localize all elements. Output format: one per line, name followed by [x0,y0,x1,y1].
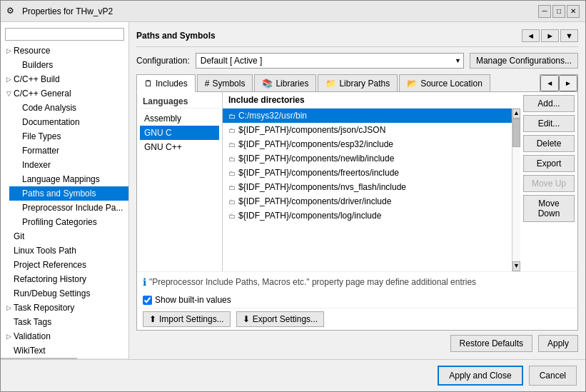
nav-back-button[interactable]: ◄ [522,29,540,42]
sidebar-item-refactoring[interactable]: Refactoring History [1,272,128,286]
sidebar-item-resource[interactable]: ▷ Resource [1,44,128,58]
cancel-button[interactable]: Cancel [529,366,577,386]
tab-libraries[interactable]: 📚 Libraries [254,74,316,91]
show-builtin-label: Show built-in values [155,295,231,305]
dir-item-icon: 🗀 [228,212,236,220]
sidebar-horizontal-scrollbar[interactable] [1,358,128,359]
sidebar-item-formatter[interactable]: Formatter [9,144,128,158]
export-button[interactable]: Export [523,155,575,172]
config-select[interactable]: Default [ Active ] [196,53,464,69]
expand-icon: ▷ [4,47,14,54]
add-button[interactable]: Add... [523,95,575,112]
minimize-button[interactable]: ─ [538,5,551,18]
export-settings-button[interactable]: ⬇ Export Settings... [236,311,324,327]
dirs-with-scroll: 🗀 C:/msys32/usr/bin 🗀 ${IDF_PATH}/compon… [223,109,520,271]
sidebar-item-task-repo[interactable]: ▷ Task Repository [1,301,128,315]
dir-item-path: ${IDF_PATH}/components/freertos/include [238,168,399,178]
dir-item-icon: 🗀 [228,169,236,177]
sidebar-item-documentation[interactable]: Documentation [9,115,128,129]
sidebar-scroll-thumb [1,358,77,359]
tab-symbols[interactable]: # Symbols [197,74,253,91]
sidebar-item-label: Refactoring History [14,274,126,284]
sidebar-item-label: Resource [14,46,126,56]
dir-item[interactable]: 🗀 C:/msys32/usr/bin [223,109,512,123]
dir-item[interactable]: 🗀 ${IDF_PATH}/components/driver/include [223,194,512,208]
sidebar-item-validation[interactable]: ▷ Validation [1,329,128,343]
sidebar-item-project-refs[interactable]: Project References [1,258,128,272]
show-builtin-checkbox[interactable] [143,296,152,305]
sidebar-item-indexer[interactable]: Indexer [9,158,128,172]
sidebar-item-paths-and-symbols[interactable]: Paths and Symbols [9,186,128,201]
sidebar-item-language-mappings[interactable]: Language Mappings [9,172,128,186]
dir-item-icon: 🗀 [228,184,236,191]
lang-assembly[interactable]: Assembly [140,111,219,126]
nav-forward-button[interactable]: ► [541,29,559,42]
tab-scroll-left-button[interactable]: ◄ [540,75,559,91]
import-export-row: ⬆ Import Settings... ⬇ Export Settings..… [137,308,577,330]
sidebar-item-builders[interactable]: Builders [9,58,128,72]
restore-defaults-button[interactable]: Restore Defaults [450,335,532,352]
sidebar-item-wikitext[interactable]: WikiText [1,343,128,358]
sidebar-item-file-types[interactable]: File Types [9,129,128,144]
sidebar-item-cc-general[interactable]: ▽ C/C++ General [1,86,128,101]
tab-library-paths[interactable]: 📁 Library Paths [318,74,398,91]
sidebar-item-profiling[interactable]: Profiling Categories [9,215,128,229]
languages-panel: Languages Assembly GNU C GNU C++ [137,92,223,271]
tab-scroll-controls: ◄ ► [540,74,578,91]
sidebar-item-task-tags[interactable]: Task Tags [1,315,128,329]
move-down-button[interactable]: Move Down [523,195,575,222]
sidebar-item-cc-build[interactable]: ▷ C/C++ Build [1,72,128,86]
scrollbar-down-button[interactable]: ▼ [512,261,520,271]
dirs-header: Include directories [223,92,520,109]
sidebar-item-label: C/C++ Build [14,74,126,84]
panel-header: Paths and Symbols ◄ ► ▼ [136,29,578,47]
close-button[interactable]: ✕ [567,5,580,18]
tab-source-location[interactable]: 📂 Source Location [399,74,490,91]
sidebar-item-preprocessor[interactable]: Preprocessor Include Pa... [9,201,128,215]
maximize-button[interactable]: □ [552,5,565,18]
window-title: Properties for THw_vP2 [22,6,538,16]
manage-configurations-button[interactable]: Manage Configurations... [470,53,578,69]
dir-item[interactable]: 🗀 ${IDF_PATH}/components/log/include [223,208,512,223]
lang-gnu-c[interactable]: GNU C [140,126,219,140]
scrollbar-track[interactable] [512,119,520,261]
config-select-wrap: Default [ Active ] ▼ [196,53,464,69]
delete-button[interactable]: Delete [523,135,575,152]
dir-item-icon: 🗀 [228,141,236,149]
configuration-row: Configuration: Default [ Active ] ▼ Mana… [136,53,578,69]
sidebar-item-code-analysis[interactable]: Code Analysis [9,101,128,115]
side-buttons: Add... Edit... Delete Export Move Up Mov… [520,92,577,271]
nav-dropdown-button[interactable]: ▼ [560,29,578,42]
dir-item[interactable]: 🗀 ${IDF_PATH}/components/json/cJSON [223,123,512,137]
window-controls: ─ □ ✕ [538,5,580,18]
move-up-button[interactable]: Move Up [523,175,575,192]
dirs-vertical-scrollbar[interactable]: ▲ ▼ [512,109,520,271]
apply-button[interactable]: Apply [538,335,578,352]
import-settings-button[interactable]: ⬆ Import Settings... [143,311,231,327]
sidebar-item-git[interactable]: Git [1,229,128,243]
sidebar-item-label: Task Repository [14,303,126,313]
dir-item-icon: 🗀 [228,155,236,163]
tab-library-paths-icon: 📁 [325,79,336,89]
tab-includes[interactable]: 🗒 Includes [136,74,196,92]
lang-gnu-cpp[interactable]: GNU C++ [140,140,219,154]
dir-item[interactable]: 🗀 ${IDF_PATH}/components/esp32/include [223,137,512,151]
apply-and-close-button[interactable]: Apply and Close [438,366,522,386]
dir-item[interactable]: 🗀 ${IDF_PATH}/components/freertos/includ… [223,166,512,180]
edit-button[interactable]: Edit... [523,115,575,132]
info-row: ℹ "Preprocessor Include Paths, Macros et… [137,271,577,292]
dir-item[interactable]: 🗀 ${IDF_PATH}/components/newlib/include [223,151,512,166]
sidebar-item-label: Run/Debug Settings [14,288,126,298]
scrollbar-up-button[interactable]: ▲ [512,109,520,119]
dir-item[interactable]: 🗀 ${IDF_PATH}/components/nvs_flash/inclu… [223,180,512,194]
tab-scroll-right-button[interactable]: ► [559,75,577,91]
tab-includes-label: Includes [156,79,188,89]
show-builtin-row: Show built-in values [137,292,577,308]
tab-content-includes: Languages Assembly GNU C GNU C++ [136,92,578,331]
info-icon: ℹ [143,276,146,288]
sidebar-item-label: Language Mappings [22,174,126,184]
sidebar-search-input[interactable] [5,28,124,41]
sidebar-item-linux-tools[interactable]: Linux Tools Path [1,243,128,258]
tab-source-location-label: Source Location [420,79,483,89]
sidebar-item-run-debug[interactable]: Run/Debug Settings [1,286,128,301]
